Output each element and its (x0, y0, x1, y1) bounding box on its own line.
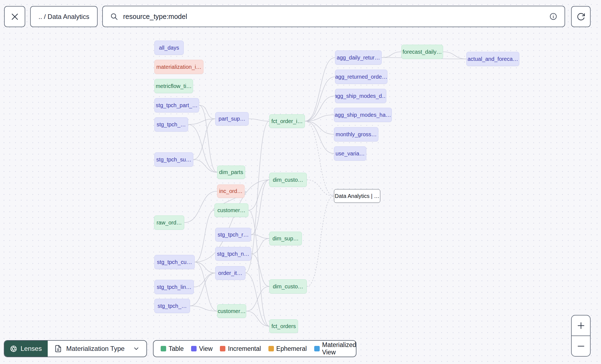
node-agg_daily_retur[interactable]: agg_daily_retur… (335, 50, 382, 65)
node-dim_parts[interactable]: dim_parts (217, 166, 245, 179)
node-data_analytics[interactable]: Data Analytics | … (334, 189, 380, 203)
chevron-down-icon (133, 345, 140, 352)
lenses-control: Lenses Materialization Type (4, 340, 147, 357)
legend-label: Incremental (228, 345, 261, 352)
edge-fct_order_i-to-agg_returned_orde (305, 77, 335, 121)
node-stg_tpch_su[interactable]: stg_tpch_su… (154, 152, 193, 167)
minus-icon (577, 342, 585, 351)
node-materialization_i[interactable]: materialization_i… (154, 60, 203, 74)
legend-swatch (314, 346, 320, 351)
node-agg_ship_modes_ha[interactable]: agg_ship_modes_ha… (334, 108, 392, 122)
edge-stg_tpch_n-to-dim_custo_b (251, 254, 269, 286)
lens-selector-label: Materialization Type (66, 345, 124, 352)
node-stg_tpch_a[interactable]: stg_tpch_… (154, 117, 188, 132)
node-fct_order_i[interactable]: fct_order_i… (269, 114, 305, 128)
edge-part_sup-to-fct_order_i (249, 119, 269, 121)
legend-label: Ephemeral (276, 345, 307, 352)
file-text-icon (54, 345, 62, 352)
legend-swatch (191, 346, 197, 351)
node-stg_tpch_lin[interactable]: stg_tpch_lin… (154, 280, 194, 294)
legend-swatch (268, 346, 274, 351)
edge-fct_order_i-to-monthly_gross (305, 121, 334, 134)
node-dim_sup[interactable]: dim_sup… (269, 232, 302, 245)
close-button[interactable] (4, 6, 25, 27)
edge-dim_custo_t-to-data_analytics (307, 180, 334, 196)
edge-customer_t-to-fct_orders (248, 210, 269, 326)
zoom-in-button[interactable] (572, 315, 590, 336)
edge-fct_order_i-to-agg_ship_modes_ha (305, 115, 334, 121)
legend-swatch (220, 346, 225, 351)
edge-customer_b-to-dim_custo_b (246, 286, 269, 311)
search-input[interactable] (123, 13, 544, 21)
edge-stg_tpch_lin-to-order_it (194, 273, 215, 287)
edge-fct_order_i-to-data_analytics (305, 121, 334, 196)
search-bar[interactable] (102, 6, 565, 27)
plus-icon (577, 321, 585, 330)
legend-item-materialized-view: Materialized View (314, 341, 356, 356)
legend-label: Table (169, 345, 184, 352)
lenses-label: Lenses (21, 345, 42, 352)
legend-item-ephemeral: Ephemeral (268, 345, 307, 352)
edge-fct_order_i-to-use_varia (305, 121, 334, 153)
legend-label: Materialized View (322, 341, 356, 356)
lens-selector-dropdown[interactable]: Materialization Type (48, 341, 146, 357)
legend-item-table: Table (161, 345, 184, 352)
refresh-icon (577, 12, 585, 21)
node-fct_orders[interactable]: fct_orders (269, 319, 298, 333)
edge-customer_t-to-dim_custo_t (248, 180, 269, 210)
node-stg_tpch_part[interactable]: stg_tpch_part_… (154, 98, 199, 112)
edge-stg_tpch_su-to-dim_parts (193, 160, 217, 172)
node-stg_tpch_n[interactable]: stg_tpch_n… (215, 247, 251, 261)
node-order_it[interactable]: order_it… (215, 266, 245, 280)
info-icon[interactable] (549, 12, 557, 21)
edge-raw_ord-to-inc_ord (184, 191, 217, 223)
node-part_sup[interactable]: part_sup… (215, 112, 249, 126)
node-stg_tpch_b[interactable]: stg_tpch_… (154, 299, 190, 313)
legend-label: View (199, 345, 212, 352)
edge-stg_tpch_part-to-part_sup (199, 105, 215, 119)
node-forecast_daily[interactable]: forecast_daily… (401, 45, 443, 59)
breadcrumb-label: .. / Data Analytics (38, 13, 89, 21)
node-stg_tpch_r[interactable]: stg_tpch_r… (215, 228, 251, 241)
edge-stg_tpch_cu-to-order_it (195, 262, 215, 273)
aperture-icon (10, 345, 17, 352)
edge-customer_b-to-fct_orders (246, 311, 269, 326)
edge-forecast_daily-to-actual_and_foreca (443, 52, 466, 59)
legend-swatch (161, 346, 166, 351)
node-dim_custo_t[interactable]: dim_custo… (269, 173, 307, 187)
edge-stg_tpch_a-to-part_sup (188, 119, 215, 125)
node-customer_t[interactable]: customer… (214, 203, 248, 217)
edge-stg_tpch_cu-to-customer_b (195, 262, 217, 311)
edge-stg_tpch_cu-to-customer_t (195, 210, 214, 262)
zoom-controls (571, 315, 591, 357)
node-agg_ship_modes_d[interactable]: agg_ship_modes_d… (335, 89, 386, 103)
node-dim_custo_b[interactable]: dim_custo… (269, 279, 307, 294)
close-icon (10, 12, 19, 21)
node-inc_ord[interactable]: inc_ord… (217, 184, 245, 198)
node-agg_returned_orde[interactable]: agg_returned_orde… (335, 70, 387, 84)
node-metricflow_ti[interactable]: metricflow_ti… (154, 79, 193, 93)
lenses-button[interactable]: Lenses (4, 341, 48, 357)
edge-fct_order_i-to-agg_ship_modes_d (305, 96, 335, 121)
breadcrumb[interactable]: .. / Data Analytics (30, 6, 98, 27)
edge-fct_order_i-to-agg_daily_retur (305, 58, 335, 121)
materialization-legend: TableViewIncrementalEphemeralMaterialize… (153, 340, 356, 357)
node-raw_ord[interactable]: raw_ord… (154, 215, 184, 230)
lineage-canvas: all_daysmaterialization_i…metricflow_ti…… (0, 0, 601, 364)
zoom-out-button[interactable] (572, 336, 590, 356)
node-actual_and_foreca[interactable]: actual_and_foreca… (466, 52, 519, 66)
node-customer_b[interactable]: customer… (217, 304, 246, 318)
edge-stg_tpch_b-to-customer_b (190, 306, 217, 311)
node-all_days[interactable]: all_days (154, 41, 184, 55)
legend-item-view: View (191, 345, 212, 352)
edge-agg_daily_retur-to-forecast_daily (382, 52, 401, 58)
node-use_varia[interactable]: use_varia… (334, 146, 366, 161)
node-monthly_gross[interactable]: monthly_gross… (334, 127, 378, 141)
edge-dim_custo_b-to-data_analytics (307, 196, 334, 286)
legend-item-incremental: Incremental (220, 345, 261, 352)
search-icon (110, 12, 118, 21)
refresh-button[interactable] (571, 6, 591, 27)
node-stg_tpch_cu[interactable]: stg_tpch_cu… (154, 255, 195, 269)
